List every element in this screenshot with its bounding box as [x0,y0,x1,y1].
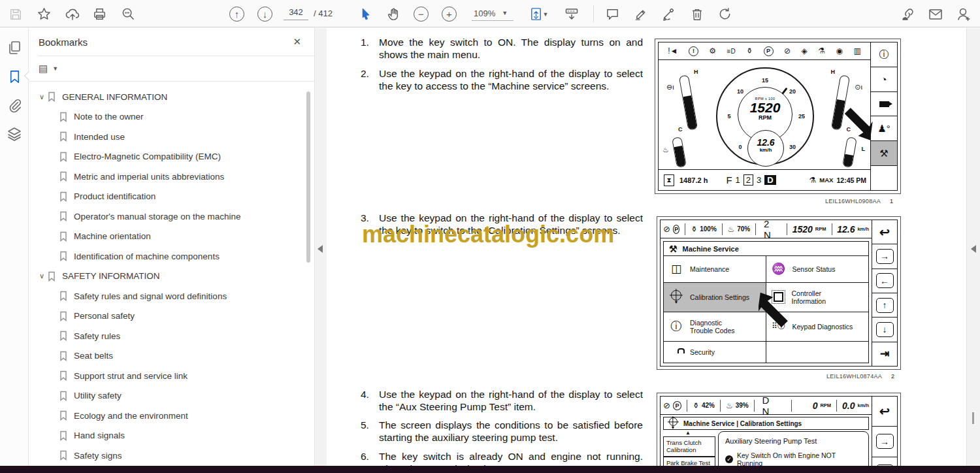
menu-item-calibration-settings[interactable]: ▼Calibration Settings [664,283,766,312]
bookmark-item[interactable]: Personal safety [29,306,314,327]
tab-park-brake-test[interactable]: Park Brake Test [663,457,715,466]
stop-lamp-icon: ⊘ [784,46,791,56]
print-icon[interactable] [91,5,108,23]
page-scrollbar-thumb[interactable] [972,412,974,424]
chevron-down-icon[interactable]: ▼ [542,5,549,23]
close-icon[interactable]: ✕ [289,36,305,48]
page-number-input[interactable] [284,6,308,20]
bookmark-label: Hand signals [74,431,125,440]
rpm-unit: RPM [738,114,792,121]
instruction-step: 1.Move the key switch to ON. The display… [361,37,643,61]
bookmarks-scrollbar[interactable] [306,91,310,263]
bookmark-label: Machine orientation [74,231,151,241]
scroll-mode-icon[interactable] [563,5,580,23]
zoom-level-value: 109% [474,8,495,18]
info-key-icon[interactable]: ⓘ [871,42,897,67]
bookmark-item[interactable]: Safety rules [29,326,314,346]
save-icon[interactable] [7,5,24,23]
bookmark-item[interactable]: Operator's manual storage on the machine [29,206,314,227]
bookmark-label: Identification of machine components [74,252,220,261]
chevron-down-icon[interactable]: ∨ [37,272,47,280]
page-number-field[interactable] [284,7,308,17]
star-icon[interactable] [35,5,53,23]
tab-trans-clutch-calibration[interactable]: Trans Clutch Calibration [663,436,715,457]
enter-key[interactable]: ⇥ [872,342,897,366]
expand-right-arrow[interactable] [971,245,976,253]
zoom-in-icon[interactable]: + [440,5,458,23]
add-user-icon[interactable] [955,5,972,23]
bookmark-section-general-information[interactable]: ∨GENERAL INFORMATION [29,87,314,107]
comment-icon[interactable] [604,5,621,23]
bookmark-item[interactable]: Utility safety [29,386,314,406]
bookmark-item[interactable]: Ecology and the environment [29,406,314,426]
bookmark-item[interactable]: Hand signals [29,426,314,446]
left-key[interactable]: ← [872,457,897,466]
menu-item-security[interactable]: Security [664,342,766,363]
back-key[interactable]: ↩ [872,220,897,244]
collapse-left-arrow[interactable] [318,245,323,253]
rotate-icon[interactable] [716,5,734,23]
highlighter-icon[interactable] [632,5,649,23]
right-key[interactable]: → [872,244,897,269]
operator-key-icon[interactable]: ♟° [871,116,897,141]
fuel-icon: ⚱ [691,225,697,234]
up-key[interactable]: ↑ [872,293,897,318]
fuel-percent: 42% [702,402,715,409]
chevron-down-icon[interactable]: ∨ [37,93,47,101]
calibration-icon: ▼ [668,417,678,429]
email-icon[interactable] [926,5,944,23]
bookmark-item[interactable]: Identification of machine components [29,246,314,267]
down-key[interactable]: ↓ [872,318,897,342]
bookmark-item[interactable]: Intended use [29,127,314,147]
page-thumbnails-icon[interactable] [0,33,29,62]
layers-icon[interactable] [0,120,29,148]
collapse-panel-strip [314,28,327,466]
left-key[interactable]: ← [872,269,897,293]
cluster-status-strip: ⧗ 1487.2 h F123D ⚗ MAX 12:45 PM [659,169,870,190]
share-link-icon[interactable] [898,5,916,23]
bookmark-item[interactable]: Seat belts [29,346,314,367]
marquee-zoom-icon[interactable] [120,5,137,23]
bookmark-item[interactable]: Safety rules and signal word definitions [29,286,314,306]
menu-item-diagnostic-trouble-codes[interactable]: ⓘDiagnostic Trouble Codes [664,312,766,342]
machine-service-key-icon[interactable]: ⚒ [871,141,897,166]
bookmark-item[interactable]: Note to the owner [29,107,314,127]
bookmark-item[interactable]: Metric and imperial units abbreviations [29,167,314,187]
top-toolbar: ↑ ↓ / 412 − + 109%▼ ▼ [0,0,980,27]
menu-item-sensor-status[interactable]: ♒Sensor Status [766,256,869,283]
hazard-warning-icon: ◈ [802,46,808,56]
camera-key-icon[interactable] [871,92,897,117]
gauge-key-icon[interactable]: ◔ [871,67,897,92]
hot-label: H [831,69,836,75]
share-cloud-icon[interactable] [63,5,81,23]
bookmarks-title: Bookmarks [39,37,289,48]
menu-item-maintenance[interactable]: ◫Maintenance [664,256,766,283]
attachments-icon[interactable] [0,91,29,120]
previous-page-icon[interactable]: ↑ [228,5,246,23]
bookmark-item[interactable]: Product identification [29,187,314,207]
rpm-status: 1520 [792,224,813,235]
check-icon: ✓ [725,455,733,463]
bookmark-section-safety-information[interactable]: ∨SAFETY INFORMATION [29,267,314,287]
trash-icon[interactable] [688,5,706,23]
bookmark-item[interactable]: Support strut and service link [29,366,314,386]
bookmark-item[interactable]: Electro-Magnetic Compatibility (EMC) [29,147,314,167]
bookmarks-options-button[interactable]: ▤ ▼ [29,56,314,81]
blank-key[interactable] [871,166,897,190]
zoom-level-dropdown[interactable]: 109%▼ [472,6,514,21]
pdf-page: 1.Move the key switch to ON. The display… [327,28,966,466]
hour-meter-value: 1487.2 h [679,176,708,184]
bookmark-icon [59,311,68,321]
rpm-value: 1520 [738,101,792,114]
select-tool-icon[interactable] [357,5,374,23]
zoom-out-icon[interactable]: − [412,5,430,23]
hydraulic-warning-icon: ⚗ [818,46,825,56]
right-key[interactable]: → [872,427,897,457]
back-key[interactable]: ↩ [872,397,897,427]
next-page-icon[interactable]: ↓ [256,5,274,23]
hand-tool-icon[interactable] [385,5,402,23]
bookmark-icon [59,112,68,122]
bookmark-item[interactable]: Machine orientation [29,227,314,247]
bookmark-item[interactable]: Safety signs [29,446,314,466]
fill-sign-icon[interactable] [660,5,678,23]
